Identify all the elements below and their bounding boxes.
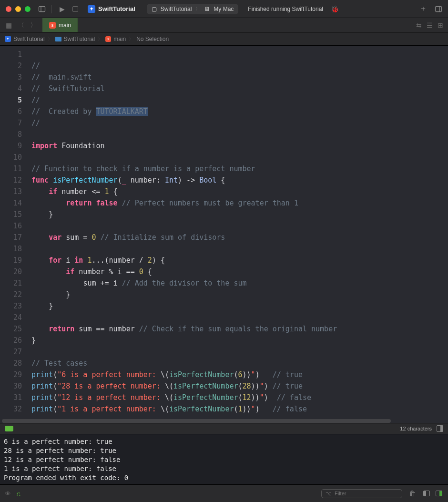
auto-icon[interactable]: ⎌ xyxy=(17,490,20,497)
navigator-toggle-icon[interactable] xyxy=(38,5,46,13)
code-line: // xyxy=(31,96,40,104)
svg-rect-2 xyxy=(436,6,442,11)
editor-infobar: 12 characters xyxy=(0,423,448,434)
minimize-window-button[interactable] xyxy=(15,6,21,12)
console-pane-toggle[interactable] xyxy=(436,491,442,496)
grid-icon[interactable]: ▦ xyxy=(4,20,14,30)
scheme-selector[interactable]: ✦ SwiftTutorial xyxy=(84,3,139,15)
app-icon: ✦ xyxy=(5,36,11,42)
console-line: 1 is a perfect number: false xyxy=(4,465,116,472)
console-line: Program ended with exit code: 0 xyxy=(4,474,128,482)
tab-label: main xyxy=(59,22,71,29)
tab-main[interactable]: s main xyxy=(42,18,78,32)
debug-bottombar: 👁 ⎌ ⌥ 🗑 xyxy=(0,485,448,502)
horizontal-scrollbar[interactable] xyxy=(2,419,391,423)
inspector-toggle-icon[interactable] xyxy=(437,425,443,432)
window-controls xyxy=(6,6,31,12)
code-line: // xyxy=(31,61,40,70)
add-button[interactable]: ＋ xyxy=(419,4,427,14)
selection-info: 12 characters xyxy=(400,426,432,431)
code-line: // xyxy=(31,119,40,127)
code-line: // Test cases xyxy=(31,359,87,368)
crumb-file[interactable]: s main xyxy=(105,36,126,42)
filter-field[interactable]: ⌥ xyxy=(321,489,402,498)
code-line: // xyxy=(31,84,40,93)
code-line: // Function to check if a number is a pe… xyxy=(31,164,255,173)
run-button[interactable]: ▶ xyxy=(60,5,65,13)
console-output[interactable]: 6 is a perfect number: true 28 is a perf… xyxy=(0,434,448,485)
console-line: 12 is a perfect number: false xyxy=(4,456,120,463)
activity-icon[interactable]: 🐞 xyxy=(331,5,339,13)
zoom-window-button[interactable] xyxy=(25,6,31,12)
scheme-app: SwiftTutorial xyxy=(161,6,192,12)
crumb-folder[interactable]: SwiftTutorial xyxy=(55,36,95,42)
crumb-label: SwiftTutorial xyxy=(13,36,45,42)
chevron-right-icon: 〉 xyxy=(195,6,200,12)
scheme-pill[interactable]: ▢ SwiftTutorial 〉 🖥 My Mac xyxy=(147,4,239,14)
eye-icon[interactable]: 👁 xyxy=(5,490,11,497)
code-line: // xyxy=(31,107,40,116)
code-line: func xyxy=(31,176,49,184)
chevron-right-icon: 〉 xyxy=(129,36,133,42)
folder-icon xyxy=(55,37,61,41)
app-icon: ✦ xyxy=(88,5,95,13)
forward-button[interactable]: 〉 xyxy=(28,20,39,31)
jumpbar[interactable]: ✦ SwiftTutorial 〉 SwiftTutorial 〉 s main… xyxy=(0,32,448,46)
project-name: SwiftTutorial xyxy=(98,5,135,12)
swift-file-icon: s xyxy=(105,36,111,42)
adjust-icon[interactable]: ☰ xyxy=(427,21,433,29)
add-editor-icon[interactable]: ⊞ xyxy=(438,21,443,29)
code-area[interactable]: // // main.swift // SwiftTutorial // // … xyxy=(29,46,448,423)
separator xyxy=(51,5,52,13)
chevron-right-icon: 〉 xyxy=(98,36,102,42)
filter-input[interactable] xyxy=(335,491,398,496)
library-toggle-icon[interactable] xyxy=(435,5,442,13)
console-line: 28 is a perfect number: true xyxy=(4,447,116,454)
svg-rect-0 xyxy=(39,6,45,11)
status-indicator xyxy=(5,426,13,431)
code-line: // xyxy=(31,73,40,82)
variables-pane-toggle[interactable] xyxy=(423,491,430,496)
device-icon: 🖥 xyxy=(204,6,210,12)
scheme-app-icon: ▢ xyxy=(152,6,157,12)
refresh-icon[interactable]: ⇆ xyxy=(416,21,422,29)
swift-file-icon: s xyxy=(49,22,56,29)
console-line: 6 is a perfect number: true xyxy=(4,438,112,445)
scheme-device: My Mac xyxy=(214,6,234,12)
build-status: Finished running SwiftTutorial xyxy=(248,6,323,12)
trash-icon[interactable]: 🗑 xyxy=(409,490,416,497)
close-window-button[interactable] xyxy=(6,6,11,12)
crumb-label: main xyxy=(113,36,126,42)
crumb-symbol[interactable]: No Selection xyxy=(136,36,169,42)
code-editor[interactable]: 1234567891011121314151617181920212223242… xyxy=(0,46,448,423)
filter-icon: ⌥ xyxy=(326,491,332,497)
line-gutter: 1234567891011121314151617181920212223242… xyxy=(0,46,29,423)
crumb-project[interactable]: ✦ SwiftTutorial xyxy=(5,36,45,42)
crumb-label: No Selection xyxy=(136,36,169,42)
titlebar: ▶ ✦ SwiftTutorial ▢ SwiftTutorial 〉 🖥 My… xyxy=(0,0,448,18)
code-line: import xyxy=(31,142,57,150)
stop-button[interactable] xyxy=(72,6,78,12)
tab-nav: ▦ 〈 〉 xyxy=(0,18,42,32)
tabbar: ▦ 〈 〉 s main ⇆ ☰ ⊞ xyxy=(0,18,448,32)
crumb-label: SwiftTutorial xyxy=(64,36,95,42)
chevron-right-icon: 〉 xyxy=(48,36,52,42)
selected-text: TUTORIALKART xyxy=(96,107,147,116)
back-button[interactable]: 〈 xyxy=(16,20,26,31)
